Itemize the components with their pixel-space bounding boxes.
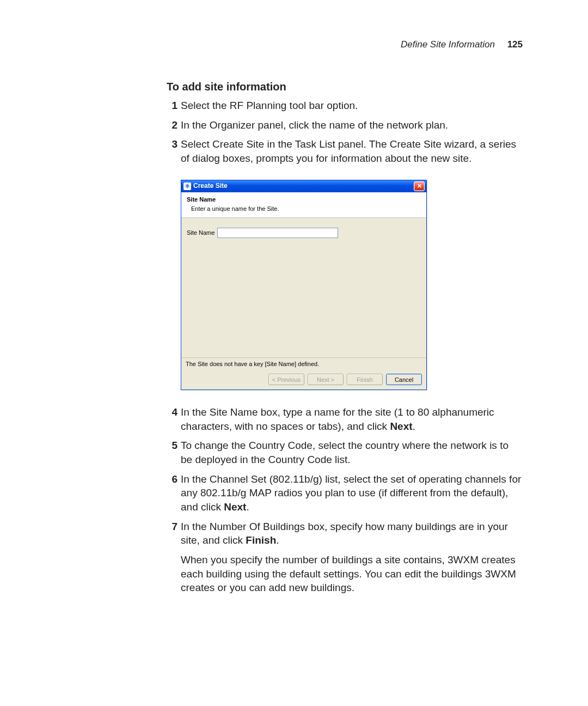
step-text-part: In the Number Of Buildings box, specify … xyxy=(181,521,508,546)
document-page: Define Site Information 125 To add site … xyxy=(0,0,588,633)
step-7: In the Number Of Buildings box, specify … xyxy=(167,520,523,595)
wizard-status-text: The Site does not have a key [Site Name]… xyxy=(181,357,426,370)
header-section-title: Define Site Information xyxy=(401,39,495,50)
content-column: To add site information Select the RF Pl… xyxy=(167,81,523,595)
wizard-body: Site Name xyxy=(181,218,426,357)
step-2: In the Organizer panel, click the name o… xyxy=(167,118,523,132)
step-text-bold: Finish xyxy=(246,534,276,546)
step-text: Select Create Site in the Task List pane… xyxy=(181,138,516,164)
dialog-title: Create Site xyxy=(193,181,414,190)
procedure-steps: Select the RF Planning tool bar option. … xyxy=(167,99,523,595)
step-text: In the Organizer panel, click the name o… xyxy=(181,119,448,131)
site-name-label: Site Name xyxy=(187,229,217,237)
previous-button[interactable]: < Previous xyxy=(268,374,304,385)
wizard-button-row: < Previous Next > Finish Cancel xyxy=(181,370,426,389)
create-site-dialog-figure: ✻ Create Site ✕ Site Name Enter a unique… xyxy=(181,180,523,391)
wizard-header: Site Name Enter a unique name for the Si… xyxy=(181,192,426,218)
step-text-bold: Next xyxy=(390,421,412,432)
wizard-header-title: Site Name xyxy=(187,196,421,204)
cancel-button[interactable]: Cancel xyxy=(386,374,422,385)
step-text-part: In the Site Name box, type a name for th… xyxy=(181,406,494,432)
step-text: Select the RF Planning tool bar option. xyxy=(181,100,358,111)
dialog-app-icon: ✻ xyxy=(183,182,191,190)
step-7-followup-paragraph: When you specify the number of buildings… xyxy=(181,553,523,595)
site-name-row: Site Name xyxy=(187,228,421,238)
step-5: To change the Country Code, select the c… xyxy=(167,439,523,466)
close-icon[interactable]: ✕ xyxy=(414,181,425,191)
step-4: In the Site Name box, type a name for th… xyxy=(167,405,523,433)
step-1: Select the RF Planning tool bar option. xyxy=(167,99,523,113)
step-text-bold: Next xyxy=(224,501,246,513)
site-name-input[interactable] xyxy=(217,228,338,238)
step-3: Select Create Site in the Task List pane… xyxy=(167,137,523,390)
wizard-header-subtitle: Enter a unique name for the Site. xyxy=(191,205,421,213)
next-button[interactable]: Next > xyxy=(308,374,344,385)
running-header: Define Site Information 125 xyxy=(65,39,523,50)
finish-button[interactable]: Finish xyxy=(347,374,383,385)
step-text-part: . xyxy=(413,421,415,432)
dialog-titlebar[interactable]: ✻ Create Site ✕ xyxy=(181,180,426,192)
step-text-part: . xyxy=(246,501,249,513)
step-text: To change the Country Code, select the c… xyxy=(181,440,509,465)
step-text-part: . xyxy=(276,534,279,546)
header-page-number: 125 xyxy=(507,39,523,50)
step-6: In the Channel Set (802.11b/g) list, sel… xyxy=(167,472,523,514)
procedure-title: To add site information xyxy=(167,81,523,93)
create-site-dialog: ✻ Create Site ✕ Site Name Enter a unique… xyxy=(181,180,427,391)
